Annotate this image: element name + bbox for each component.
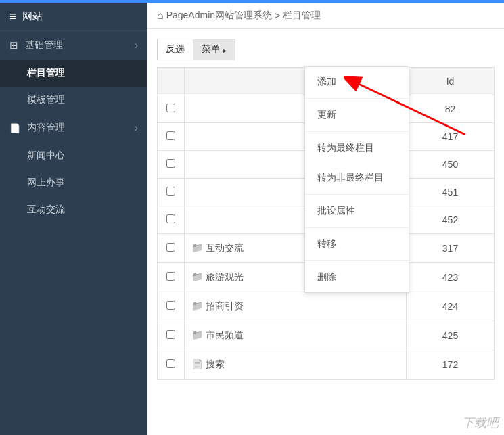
- row-checkbox[interactable]: [166, 243, 175, 252]
- row-check-cell: [158, 206, 185, 234]
- row-check-cell: [158, 292, 185, 321]
- row-id: 425: [407, 321, 495, 350]
- menu-button-label: 菜单: [202, 43, 221, 55]
- caret-icon: [223, 44, 227, 55]
- row-checkbox[interactable]: [166, 330, 175, 339]
- row-check-cell: [158, 179, 185, 206]
- row-checkbox[interactable]: [166, 104, 175, 112]
- sidebar-item-label: 新闻中心: [27, 150, 65, 160]
- chevron-right-icon: [135, 122, 138, 134]
- table-row: 📁市民频道425: [158, 321, 495, 350]
- row-name-cell[interactable]: 📄搜索: [185, 350, 407, 380]
- sidebar-item-label: 模板管理: [27, 94, 65, 105]
- breadcrumb-current: 栏目管理: [283, 9, 321, 22]
- sidebar-item-interaction[interactable]: 互动交流: [0, 196, 147, 223]
- sidebar-group-label: 内容管理: [27, 122, 65, 134]
- sidebar-group-label: 基础管理: [25, 39, 63, 51]
- row-check-cell: [158, 234, 185, 263]
- sidebar-item-label: 栏目管理: [27, 67, 65, 78]
- row-checkbox[interactable]: [166, 131, 175, 140]
- menu-item-move[interactable]: 转移: [305, 229, 409, 259]
- menu-button[interactable]: 菜单: [193, 39, 235, 60]
- sidebar-title: 网站: [22, 10, 43, 23]
- main-content: PageAdmin网站管理系统 > 栏目管理 反选 菜单 Id 8241: [147, 3, 504, 435]
- folder-icon: 📁: [191, 329, 203, 340]
- row-check-cell: [158, 151, 185, 179]
- page-icon: [9, 122, 20, 133]
- col-header-check: [158, 68, 185, 95]
- row-name: 旅游观光: [206, 271, 244, 282]
- menu-item-batch-attr[interactable]: 批设属性: [305, 196, 409, 226]
- row-name: 招商引资: [206, 300, 244, 311]
- row-name-cell[interactable]: 📁招商引资: [185, 292, 407, 321]
- row-check-cell: [158, 263, 185, 292]
- row-check-cell: [158, 350, 185, 380]
- row-check-cell: [158, 95, 185, 123]
- row-name: 互动交流: [206, 242, 244, 253]
- sidebar: 网站 基础管理 栏目管理 模板管理 内容管理 新闻中心 网上办事 互动交流: [0, 3, 147, 435]
- row-id: 452: [407, 206, 495, 234]
- row-checkbox[interactable]: [166, 301, 175, 310]
- sidebar-group-basic[interactable]: 基础管理: [0, 31, 147, 60]
- folder-icon: 📁: [191, 242, 203, 253]
- sidebar-item-online-service[interactable]: 网上办事: [0, 169, 147, 196]
- document-icon: 📄: [191, 359, 203, 369]
- sidebar-item-label: 网上办事: [27, 177, 65, 187]
- row-id: 417: [407, 123, 495, 151]
- sidebar-group-content[interactable]: 内容管理: [0, 114, 147, 142]
- row-id: 423: [407, 263, 495, 292]
- sidebar-header: 网站: [0, 3, 147, 31]
- sidebar-item-column-manage[interactable]: 栏目管理: [0, 60, 147, 87]
- grid-icon: [9, 39, 18, 51]
- folder-icon: 📁: [191, 271, 203, 282]
- row-id: 424: [407, 292, 495, 321]
- row-checkbox[interactable]: [166, 214, 175, 223]
- row-checkbox[interactable]: [166, 272, 175, 281]
- breadcrumb-sep: >: [275, 10, 280, 21]
- row-id: 82: [407, 95, 495, 123]
- menu-item-to-nonfinal[interactable]: 转为非最终栏目: [305, 163, 409, 193]
- table-row: 📄搜索172: [158, 350, 495, 380]
- hamburger-icon: [9, 9, 17, 24]
- row-check-cell: [158, 321, 185, 350]
- sidebar-item-template-manage[interactable]: 模板管理: [0, 87, 147, 114]
- home-icon: [157, 9, 164, 22]
- sidebar-item-label: 互动交流: [27, 204, 65, 214]
- row-name: 搜索: [206, 359, 225, 369]
- menu-dropdown: 添加 更新 转为最终栏目 转为非最终栏目 批设属性 转移 删除: [304, 66, 409, 293]
- table-row: 📁招商引资424: [158, 292, 495, 321]
- toolbar: 反选 菜单: [147, 29, 504, 67]
- col-header-id: Id: [407, 68, 495, 95]
- row-checkbox[interactable]: [166, 187, 175, 196]
- breadcrumb-root[interactable]: PageAdmin网站管理系统: [166, 9, 272, 22]
- row-id: 450: [407, 151, 495, 179]
- menu-item-add[interactable]: 添加: [305, 67, 409, 97]
- row-checkbox[interactable]: [166, 359, 175, 368]
- menu-item-refresh[interactable]: 更新: [305, 100, 409, 130]
- sidebar-item-news[interactable]: 新闻中心: [0, 142, 147, 169]
- row-id: 172: [407, 350, 495, 380]
- row-checkbox[interactable]: [166, 159, 175, 168]
- invert-select-button[interactable]: 反选: [157, 39, 193, 60]
- row-check-cell: [158, 123, 185, 151]
- row-id: 451: [407, 179, 495, 206]
- menu-item-delete[interactable]: 删除: [305, 262, 409, 292]
- chevron-right-icon: [135, 39, 138, 51]
- row-id: 317: [407, 234, 495, 263]
- row-name-cell[interactable]: 📁市民频道: [185, 321, 407, 350]
- row-name: 市民频道: [206, 329, 244, 340]
- menu-item-to-final[interactable]: 转为最终栏目: [305, 133, 409, 163]
- breadcrumb: PageAdmin网站管理系统 > 栏目管理: [147, 3, 504, 29]
- folder-icon: 📁: [191, 300, 203, 311]
